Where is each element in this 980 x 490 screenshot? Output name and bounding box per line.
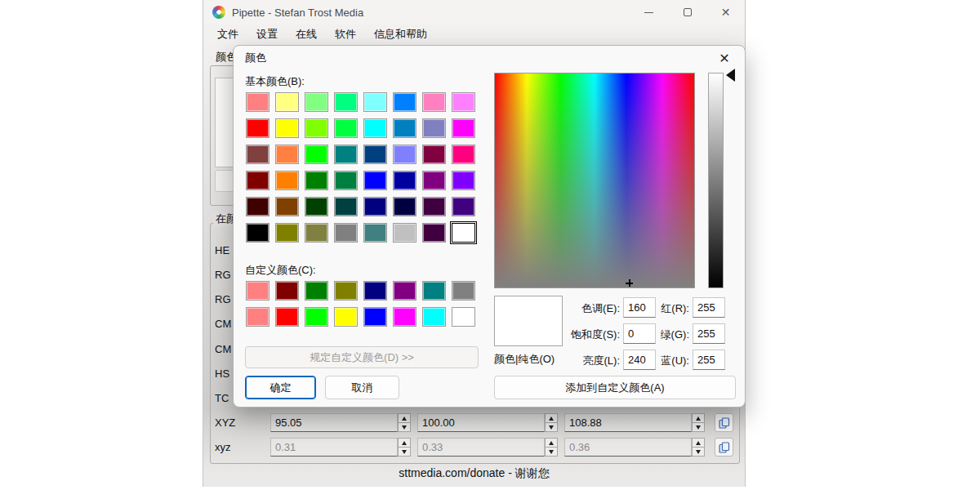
title-bar[interactable]: Pipette - Stefan Trost Media ✕: [203, 0, 745, 24]
ok-button[interactable]: 确定: [245, 376, 316, 399]
color-swatch[interactable]: [246, 281, 270, 301]
spin-up-button[interactable]: [398, 438, 411, 448]
green-input[interactable]: 255: [693, 323, 725, 344]
color-swatch[interactable]: [393, 223, 416, 243]
color-swatch[interactable]: [334, 307, 358, 327]
color-swatch[interactable]: [246, 197, 270, 216]
luminance-slider[interactable]: [708, 73, 724, 288]
color-swatch[interactable]: [305, 171, 328, 190]
color-swatch[interactable]: [452, 197, 475, 216]
spin-up-button[interactable]: [398, 413, 411, 423]
color-swatch[interactable]: [246, 145, 270, 164]
cancel-button[interactable]: 取消: [325, 376, 399, 399]
color-swatch[interactable]: [275, 118, 299, 138]
color-swatch[interactable]: [305, 281, 328, 301]
color-swatch[interactable]: [363, 145, 387, 164]
color-swatch[interactable]: [275, 197, 299, 216]
color-field-marker-icon[interactable]: [626, 279, 633, 287]
spin-down-button[interactable]: [545, 423, 558, 432]
menu-item-info-help[interactable]: 信息和帮助: [368, 25, 433, 43]
color-swatch[interactable]: [363, 118, 387, 138]
color-swatch[interactable]: [275, 223, 299, 243]
color-swatch[interactable]: [246, 223, 270, 243]
color-swatch[interactable]: [452, 171, 475, 190]
menu-item-settings[interactable]: 设置: [251, 25, 283, 43]
color-swatch[interactable]: [275, 307, 299, 327]
color-swatch[interactable]: [334, 92, 358, 112]
color-swatch[interactable]: [334, 118, 358, 138]
define-custom-colors-button[interactable]: 规定自定义颜色(D) >>: [245, 346, 479, 368]
color-swatch[interactable]: [422, 118, 446, 138]
xyz-norm-z-input[interactable]: 0.36: [564, 438, 692, 457]
spin-down-button[interactable]: [398, 448, 411, 457]
xyz-norm-copy-button[interactable]: [715, 438, 733, 457]
color-swatch[interactable]: [305, 197, 328, 216]
color-swatch[interactable]: [422, 171, 446, 190]
color-swatch[interactable]: [334, 281, 358, 301]
color-swatch[interactable]: [422, 145, 446, 164]
color-swatch[interactable]: [363, 171, 387, 190]
color-swatch[interactable]: [452, 118, 475, 138]
color-swatch[interactable]: [305, 223, 328, 243]
color-swatch[interactable]: [393, 92, 416, 112]
spin-down-button[interactable]: [398, 423, 411, 432]
donate-link[interactable]: sttmedia.com/donate - 谢谢您: [203, 466, 745, 481]
add-to-custom-colors-button[interactable]: 添加到自定义颜色(A): [494, 376, 736, 399]
color-swatch[interactable]: [363, 92, 387, 112]
dialog-close-button[interactable]: ✕: [715, 49, 733, 67]
hue-saturation-field[interactable]: [494, 73, 695, 288]
color-swatch[interactable]: [246, 92, 270, 112]
blue-input[interactable]: 255: [693, 350, 725, 370]
spin-up-button[interactable]: [545, 438, 558, 448]
close-button[interactable]: ✕: [706, 0, 745, 24]
color-swatch[interactable]: [452, 145, 475, 164]
color-swatch[interactable]: [422, 307, 446, 327]
red-input[interactable]: 255: [693, 297, 725, 318]
spin-up-button[interactable]: [692, 438, 705, 448]
color-swatch[interactable]: [422, 281, 446, 301]
menu-item-file[interactable]: 文件: [212, 25, 244, 43]
color-swatch[interactable]: [393, 307, 416, 327]
spin-down-button[interactable]: [692, 423, 705, 432]
color-swatch[interactable]: [305, 145, 328, 164]
color-swatch[interactable]: [334, 171, 358, 190]
spin-down-button[interactable]: [545, 448, 558, 457]
color-swatch[interactable]: [334, 197, 358, 216]
color-swatch[interactable]: [422, 223, 446, 243]
color-swatch[interactable]: [422, 197, 446, 216]
minimize-button[interactable]: [630, 0, 668, 24]
color-swatch[interactable]: [393, 281, 416, 301]
color-swatch[interactable]: [363, 281, 387, 301]
xyz-z-input[interactable]: 108.88: [564, 413, 692, 432]
xyz-y-input[interactable]: 100.00: [417, 413, 545, 432]
spin-down-button[interactable]: [692, 448, 705, 457]
xyz-norm-x-input[interactable]: 0.31: [270, 438, 398, 457]
color-swatch[interactable]: [452, 307, 475, 327]
color-swatch[interactable]: [363, 223, 387, 243]
color-swatch[interactable]: [305, 118, 328, 138]
color-swatch[interactable]: [393, 197, 416, 216]
spin-up-button[interactable]: [692, 413, 705, 423]
color-swatch[interactable]: [275, 281, 299, 301]
menu-item-online[interactable]: 在线: [290, 25, 323, 43]
color-swatch[interactable]: [452, 223, 475, 243]
color-swatch[interactable]: [246, 118, 270, 138]
xyz-copy-button[interactable]: [715, 413, 733, 432]
color-swatch[interactable]: [363, 197, 387, 216]
color-swatch[interactable]: [246, 307, 270, 327]
color-swatch[interactable]: [363, 307, 387, 327]
luminance-arrow-icon[interactable]: [726, 69, 735, 82]
color-swatch[interactable]: [305, 92, 328, 112]
xyz-x-input[interactable]: 95.05: [270, 413, 398, 432]
color-swatch[interactable]: [275, 92, 299, 112]
color-swatch[interactable]: [393, 145, 416, 164]
color-swatch[interactable]: [275, 145, 299, 164]
color-swatch[interactable]: [305, 307, 328, 327]
color-swatch[interactable]: [275, 171, 299, 190]
color-swatch[interactable]: [334, 145, 358, 164]
color-swatch[interactable]: [422, 92, 446, 112]
maximize-button[interactable]: [668, 0, 706, 24]
color-swatch[interactable]: [393, 118, 416, 138]
color-swatch[interactable]: [452, 281, 475, 301]
menu-item-software[interactable]: 软件: [329, 25, 362, 43]
